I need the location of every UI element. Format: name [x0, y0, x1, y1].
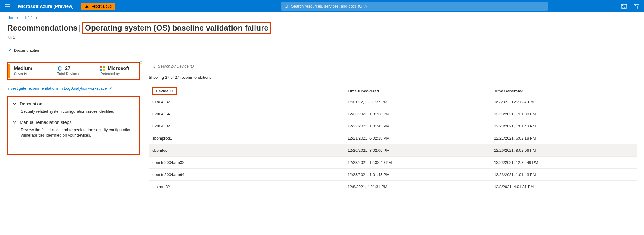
- svg-rect-15: [59, 67, 61, 70]
- cell-time-generated: 12/23/2021, 1:31:38 PM: [490, 108, 637, 120]
- bug-icon: [85, 4, 89, 8]
- svg-point-3: [86, 5, 88, 8]
- svg-line-8: [87, 7, 88, 7]
- section-remediation: Manual remediation steps Review the fail…: [12, 120, 135, 138]
- table-row[interactable]: sbomtest12/20/2021, 8:02:06 PM12/20/2021…: [149, 144, 637, 157]
- cell-device-id: u2004_64: [149, 108, 344, 120]
- table-row[interactable]: u1804_321/9/2022, 12:31:37 PM1/9/2022, 1…: [149, 96, 637, 108]
- stat-detected-value: Microsoft: [108, 66, 129, 71]
- investigate-label: Investigate recommendations in Log Analy…: [7, 86, 107, 91]
- cell-device-id: u1804_32: [149, 96, 344, 108]
- stat-severity: Medium Severity: [8, 64, 53, 78]
- svg-line-30: [154, 67, 155, 68]
- col-time-discovered[interactable]: Time Discovered: [344, 86, 490, 96]
- documentation-link[interactable]: Documentation: [7, 48, 637, 53]
- cell-time-discovered: 12/20/2021, 8:02:06 PM: [344, 144, 490, 157]
- filter-icon[interactable]: [633, 3, 640, 10]
- collapse-pane-icon[interactable]: «: [139, 59, 142, 66]
- device-search[interactable]: [149, 62, 215, 70]
- svg-line-28: [110, 87, 112, 88]
- microsoft-logo-icon: [100, 66, 105, 71]
- chip-icon: [57, 66, 63, 71]
- cell-time-discovered: 12/23/2021, 1:31:38 PM: [344, 108, 490, 120]
- section-remediation-title: Manual remediation steps: [20, 120, 72, 125]
- table-row[interactable]: ubuntu2004arm6412/23/2021, 1:01:43 PM12/…: [149, 169, 637, 181]
- table-row[interactable]: u2004_3212/23/2021, 1:01:43 PM12/23/2021…: [149, 120, 637, 132]
- global-search-input[interactable]: [291, 4, 545, 8]
- menu-icon[interactable]: [4, 3, 11, 10]
- svg-line-5: [85, 6, 86, 6]
- breadcrumb-item[interactable]: Kfir1: [25, 15, 33, 20]
- section-description: Description Security related system conf…: [12, 101, 135, 114]
- svg-point-9: [285, 5, 288, 7]
- table-row[interactable]: ubuntu2004arm3212/23/2021, 12:32:49 PM12…: [149, 157, 637, 169]
- col-device-id[interactable]: Device ID: [152, 87, 177, 95]
- cell-device-id: sbomprod1: [149, 132, 344, 144]
- table-row[interactable]: sbomprod112/21/2021, 6:02:18 PM12/21/202…: [149, 132, 637, 144]
- cell-time-discovered: 12/23/2021, 12:32:49 PM: [344, 157, 490, 169]
- cell-time-discovered: 12/21/2021, 6:02:18 PM: [344, 132, 490, 144]
- left-pane: « Medium Severity 27 Total Devices: [7, 62, 140, 193]
- svg-rect-26: [100, 69, 102, 71]
- stats-box: Medium Severity 27 Total Devices: [7, 62, 140, 80]
- chevron-down-icon: [12, 120, 17, 124]
- page-title-main: Operating system (OS) baseline validatio…: [82, 22, 271, 34]
- cell-time-discovered: 12/23/2021, 1:01:43 PM: [344, 120, 490, 132]
- section-remediation-toggle[interactable]: Manual remediation steps: [12, 120, 135, 125]
- external-link-icon: [7, 48, 11, 53]
- cell-time-discovered: 12/23/2021, 1:01:43 PM: [344, 169, 490, 181]
- cell-time-generated: 12/20/2021, 8:02:06 PM: [490, 144, 637, 157]
- search-icon: [285, 4, 289, 8]
- col-time-generated[interactable]: Time Generated: [490, 86, 637, 96]
- search-icon: [151, 64, 155, 68]
- stat-devices: 27 Total Devices: [53, 64, 96, 78]
- cloud-shell-icon[interactable]: [620, 3, 628, 10]
- stat-severity-value: Medium: [14, 66, 32, 71]
- chevron-down-icon: [12, 102, 17, 106]
- breadcrumb: Home › Kfir1 ›: [7, 15, 637, 20]
- stat-detected: Microsoft Detected by: [96, 64, 139, 78]
- documentation-label: Documentation: [14, 48, 40, 53]
- svg-rect-25: [103, 66, 105, 68]
- svg-marker-13: [634, 4, 639, 8]
- external-link-icon: [109, 87, 112, 90]
- cell-time-generated: 12/23/2021, 12:32:49 PM: [490, 157, 637, 169]
- stat-detected-label: Detected by: [100, 72, 135, 76]
- cell-time-generated: 12/23/2021, 1:01:43 PM: [490, 120, 637, 132]
- device-search-input[interactable]: [158, 64, 213, 68]
- global-search[interactable]: [281, 2, 548, 11]
- section-description-toggle[interactable]: Description: [12, 101, 135, 106]
- section-remediation-body: Review the failed rules and remediate th…: [12, 127, 135, 138]
- cell-time-discovered: 12/8/2021, 4:01:31 PM: [344, 181, 490, 193]
- investigate-link[interactable]: Investigate recommendations in Log Analy…: [7, 86, 140, 91]
- svg-line-7: [85, 7, 86, 7]
- more-icon[interactable]: ···: [277, 25, 282, 31]
- details-box: Description Security related system conf…: [7, 96, 140, 155]
- table-row[interactable]: testarm3212/8/2021, 4:01:31 PM12/8/2021,…: [149, 181, 637, 193]
- cell-time-generated: 1/9/2022, 12:31:37 PM: [490, 96, 637, 108]
- cell-time-discovered: 1/9/2022, 12:31:37 PM: [344, 96, 490, 108]
- svg-rect-24: [100, 66, 102, 68]
- svg-rect-27: [103, 69, 105, 71]
- cell-time-generated: 12/23/2021, 1:01:43 PM: [490, 169, 637, 181]
- section-description-body: Security related system configuration is…: [12, 109, 135, 114]
- stat-severity-label: Severity: [14, 72, 49, 76]
- brand-label: Microsoft Azure (Preview): [18, 4, 74, 9]
- report-bug-button[interactable]: Report a bug: [81, 3, 115, 10]
- page-subscription: Kfir1: [7, 35, 637, 40]
- breadcrumb-home[interactable]: Home: [7, 15, 18, 20]
- cell-device-id: ubuntu2004arm64: [149, 169, 344, 181]
- svg-line-6: [87, 6, 88, 6]
- stat-devices-label: Total Devices: [57, 72, 92, 76]
- svg-line-10: [288, 7, 289, 8]
- cell-time-generated: 12/21/2021, 6:02:18 PM: [490, 132, 637, 144]
- topbar: Microsoft Azure (Preview) Report a bug: [0, 0, 644, 12]
- cell-time-generated: 12/8/2021, 4:01:31 PM: [490, 181, 637, 193]
- cell-device-id: u2004_32: [149, 120, 344, 132]
- chevron-right-icon: ›: [21, 15, 22, 20]
- svg-point-29: [152, 65, 154, 67]
- table-row[interactable]: u2004_6412/23/2021, 1:31:38 PM12/23/2021…: [149, 108, 637, 120]
- section-description-title: Description: [20, 101, 42, 106]
- stat-devices-value: 27: [65, 66, 70, 71]
- svg-line-14: [9, 49, 11, 51]
